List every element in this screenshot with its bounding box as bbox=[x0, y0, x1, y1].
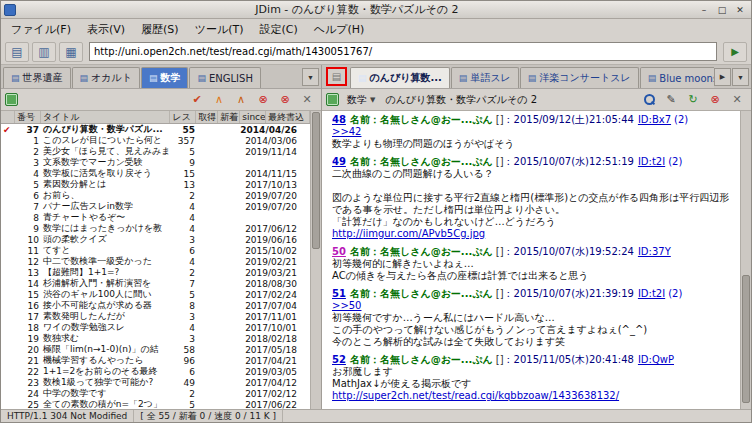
thread-number: 23 bbox=[15, 378, 41, 388]
thread-date: 2014/11/15 bbox=[197, 169, 310, 179]
board-tab[interactable]: ▤世界遺産 bbox=[3, 67, 71, 88]
menu-item[interactable]: ツール(T) bbox=[187, 20, 252, 39]
thread-res-count: 6 bbox=[171, 367, 197, 377]
thread-list-view-button[interactable]: ▤ bbox=[326, 67, 347, 86]
board-tab-list-button[interactable]: ▼ bbox=[302, 68, 319, 86]
thread-tab-icon: ▤ bbox=[459, 73, 468, 83]
thread-tab-scroll-button[interactable]: ▶ bbox=[714, 68, 731, 86]
post-name: 名前：名無しさん@おー...ぷん bbox=[350, 288, 493, 299]
board-tab[interactable]: ▤数学 bbox=[141, 67, 189, 88]
post-line: 数学よりも物理の問題のほうがやばそう bbox=[332, 138, 734, 150]
thread-scrollbar[interactable] bbox=[740, 111, 751, 409]
menu-item[interactable]: ヘルプ(H) bbox=[306, 20, 373, 39]
thread-tab[interactable]: ▤Blue moonston... bbox=[640, 67, 714, 88]
status-counts: [ 全 55 / 新着 0 / 速度 0 / 11 K ] bbox=[134, 410, 283, 422]
menu-item[interactable]: ファイル(F) bbox=[3, 20, 79, 39]
thread-tabs: ▤のんびり算数...▤単語スレ▤洋楽コンサートスレ▤Blue moonston.… bbox=[350, 67, 714, 88]
compose-button[interactable]: ✎ bbox=[661, 91, 681, 109]
board-tab-label: 数学 bbox=[160, 71, 180, 85]
board-scrollbar-thumb[interactable] bbox=[312, 112, 320, 249]
menu-item[interactable]: 履歴(S) bbox=[133, 20, 187, 39]
post-id-link[interactable]: ID:QwP bbox=[638, 354, 674, 365]
stop-button[interactable]: ⊗ bbox=[705, 91, 725, 109]
board-scrollbar[interactable] bbox=[310, 111, 321, 409]
menu-item[interactable]: 表示(V) bbox=[79, 20, 133, 39]
post-number-link[interactable]: 51 bbox=[332, 288, 346, 299]
post-number-link[interactable]: 50 bbox=[332, 246, 346, 257]
update-button[interactable]: ∧ bbox=[231, 91, 251, 109]
move-up-button[interactable]: ∧ bbox=[209, 91, 229, 109]
view-board-button[interactable]: ▤ bbox=[5, 42, 29, 62]
thread-pane: ▤ ▤のんびり算数...▤単語スレ▤洋楽コンサートスレ▤Blue moonsto… bbox=[322, 65, 751, 409]
maximize-button[interactable]: □ bbox=[714, 3, 730, 17]
column-header[interactable]: レス bbox=[170, 111, 196, 123]
column-header[interactable]: 番号 bbox=[15, 111, 41, 123]
board-select-label: 数学 bbox=[347, 93, 367, 107]
check-update-button[interactable]: ✔ bbox=[187, 91, 207, 109]
post-number-link[interactable]: 49 bbox=[332, 156, 346, 167]
thread-date: 2019/02/21 bbox=[197, 257, 310, 267]
chevron-right-icon: ▶ bbox=[720, 73, 725, 81]
titlebar[interactable]: JDim - のんびり算数・数学パズルその 2 – □ ✕ bbox=[1, 1, 751, 19]
board-toolbar: ✔∧∧⊗⊗✕ bbox=[1, 89, 321, 111]
thread-tab-list-button[interactable]: ▼ bbox=[732, 68, 749, 86]
post-id-link[interactable]: ID:t2I bbox=[638, 156, 665, 167]
post-id-link[interactable]: ID:37Y bbox=[638, 246, 671, 257]
thread-number: 22 bbox=[15, 367, 41, 377]
post-line: 初等幾何ですか…うーん私にはハードル高いな… bbox=[332, 312, 734, 324]
post-body-link[interactable]: >>42 bbox=[332, 126, 361, 137]
thread-tab-icon: ▤ bbox=[358, 73, 367, 83]
thread-res-count: 4 bbox=[171, 224, 197, 234]
board-tab-label: オカルト bbox=[91, 71, 132, 85]
main-split: ▤世界遺産▤オカルト▤数学▤ENGLISH ▼ ✔∧∧⊗⊗✕ 番号タイトルレス取… bbox=[1, 65, 751, 409]
post-number-link[interactable]: 52 bbox=[332, 354, 346, 365]
thread-title: 全ての素数の積がn=「2つ」 bbox=[41, 398, 171, 409]
url-input[interactable] bbox=[89, 42, 717, 61]
search-button[interactable] bbox=[639, 91, 659, 109]
thread-number: 20 bbox=[15, 345, 41, 355]
close-button[interactable]: ✕ bbox=[732, 3, 748, 17]
close-button[interactable]: ✕ bbox=[297, 91, 317, 109]
board-tab-icon: ▤ bbox=[149, 73, 158, 83]
minimize-button[interactable]: – bbox=[696, 3, 712, 17]
column-header[interactable]: since bbox=[240, 111, 266, 123]
post-number-link[interactable]: 48 bbox=[332, 114, 346, 125]
post-line: >>42 bbox=[332, 126, 734, 138]
thread-tab[interactable]: ▤のんびり算数... bbox=[350, 67, 450, 88]
post-body-link[interactable]: http://super2ch.net/test/read.cgi/kqbbzo… bbox=[332, 390, 619, 401]
cancel-button[interactable]: ⊗ bbox=[253, 91, 273, 109]
post-mail-bracket: [] bbox=[496, 288, 504, 299]
column-header[interactable]: 最終書込 bbox=[266, 111, 310, 123]
view-thread-button[interactable]: ▥ bbox=[32, 42, 56, 62]
thread-list: 番号タイトルレス取得新着since最終書込 ✔37のんびり算数・数学パズル...… bbox=[1, 111, 321, 409]
thread-res-count: 3 bbox=[171, 334, 197, 344]
view-image-button[interactable]: ▦ bbox=[59, 42, 83, 62]
column-header[interactable] bbox=[1, 111, 15, 123]
column-header[interactable]: タイトル bbox=[41, 111, 171, 123]
close-button[interactable]: ✕ bbox=[727, 91, 747, 109]
post-id-link[interactable]: ID:t2I bbox=[638, 288, 665, 299]
stop-button[interactable]: ⊗ bbox=[275, 91, 295, 109]
post-line bbox=[332, 180, 734, 192]
thread-date: 2017/04/12 bbox=[197, 378, 310, 388]
board-select-dropdown[interactable]: 数学 ▼ bbox=[343, 92, 379, 108]
thread-tab[interactable]: ▤洋楽コンサートスレ bbox=[520, 67, 639, 88]
open-url-button[interactable]: ▶ bbox=[723, 42, 747, 62]
column-header[interactable]: 新着 bbox=[218, 111, 240, 123]
thread-list-row[interactable]: 25全ての素数の積がn=「2つ」52017/06/22 bbox=[1, 399, 310, 409]
board-tab[interactable]: ▤ENGLISH bbox=[189, 67, 260, 88]
thread-scrollbar-thumb[interactable] bbox=[742, 275, 750, 403]
post-line: この手のやつって解けない感じがもうノンって言えますよねぇ(^_^) bbox=[332, 324, 734, 336]
post-body-link[interactable]: http://iimgur.com/APvb5Cg.jpg bbox=[332, 228, 485, 239]
thread-res-count: 2 bbox=[171, 268, 197, 278]
post-body-link[interactable]: >>50 bbox=[332, 300, 361, 311]
menu-item[interactable]: 設定(C) bbox=[251, 20, 305, 39]
thread-number: 1 bbox=[15, 136, 41, 146]
column-header[interactable]: 取得 bbox=[196, 111, 218, 123]
open-url-icon: ▶ bbox=[731, 46, 739, 57]
reload-button[interactable]: ↻ bbox=[683, 91, 703, 109]
board-tab[interactable]: ▤オカルト bbox=[72, 67, 140, 88]
post-id-link[interactable]: ID:Bx7 bbox=[638, 114, 671, 125]
thread-tab[interactable]: ▤単語スレ bbox=[451, 67, 519, 88]
status-http: HTTP/1.1 304 Not Modified bbox=[1, 410, 134, 422]
